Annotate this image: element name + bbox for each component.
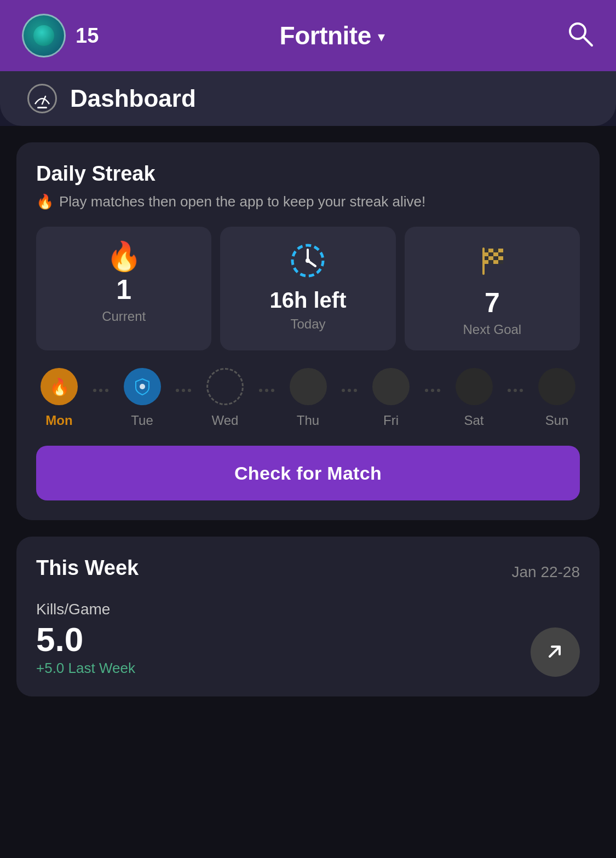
day-circle-mon: 🔥 <box>41 368 78 405</box>
svg-rect-18 <box>493 256 498 260</box>
week-date-range: Jan 22-28 <box>511 563 580 581</box>
dashboard-title: Dashboard <box>70 85 196 112</box>
dashboard-header: Dashboard <box>0 71 616 126</box>
day-circle-wed <box>206 368 244 405</box>
navigate-arrow-button[interactable] <box>531 627 580 677</box>
streak-grid: 🔥 1 Current 16h left Today <box>36 227 580 350</box>
svg-rect-19 <box>498 256 503 260</box>
streak-nextgoal-value: 7 <box>485 289 500 316</box>
svg-rect-11 <box>498 249 503 252</box>
day-label-mon: Mon <box>45 413 72 428</box>
svg-rect-13 <box>488 252 493 256</box>
connector-wed-thu <box>259 389 274 392</box>
svg-rect-23 <box>498 260 503 264</box>
svg-rect-9 <box>488 249 493 252</box>
svg-rect-22 <box>493 260 498 264</box>
kills-label: Kills/Game <box>36 601 580 618</box>
streak-nextgoal-cell: 7 Next Goal <box>405 227 580 350</box>
fire-icon-mon: 🔥 <box>49 377 70 396</box>
day-label-wed: Wed <box>212 413 239 428</box>
top-bar-left: 15 <box>22 14 99 57</box>
day-label-thu: Thu <box>297 413 319 428</box>
flag-icon <box>474 242 511 284</box>
avatar[interactable] <box>22 14 66 57</box>
level-badge: 15 <box>76 24 99 48</box>
day-circle-fri <box>372 368 410 405</box>
connector-mon-tue <box>93 389 108 392</box>
svg-rect-10 <box>493 249 498 252</box>
avatar-inner <box>33 25 54 46</box>
daily-streak-title: Daily Streak <box>36 162 580 186</box>
day-thu: Thu <box>290 368 327 428</box>
svg-rect-14 <box>493 252 498 256</box>
streak-today-label: Today <box>290 316 325 332</box>
this-week-title: This Week <box>36 556 139 580</box>
this-week-card: This Week Jan 22-28 Kills/Game 5.0 +5.0 … <box>16 537 600 696</box>
day-circle-sat <box>456 368 493 405</box>
svg-line-6 <box>308 261 315 266</box>
svg-rect-21 <box>488 260 493 264</box>
day-label-sun: Sun <box>545 413 569 428</box>
app-title-row[interactable]: Fortnite ▾ <box>280 21 385 50</box>
day-circle-thu <box>290 368 327 405</box>
streak-current-label: Current <box>102 309 146 324</box>
day-sat: Sat <box>456 368 493 428</box>
streak-today-value: 16h left <box>269 289 346 311</box>
week-header-row: This Week Jan 22-28 <box>36 556 580 588</box>
connector-fri-sat <box>425 389 440 392</box>
connector-tue-wed <box>176 389 191 392</box>
kills-value: 5.0 <box>36 623 580 657</box>
main-content: Daily Streak 🔥 Play matches then open th… <box>0 126 616 858</box>
check-match-button[interactable]: Check for Match <box>36 446 580 500</box>
streak-current-value: 1 <box>116 276 131 303</box>
streak-nextgoal-label: Next Goal <box>463 322 521 337</box>
search-button[interactable] <box>566 19 594 52</box>
day-label-sat: Sat <box>464 413 483 428</box>
day-fri: Fri <box>372 368 410 428</box>
day-label-tue: Tue <box>131 413 153 428</box>
svg-rect-15 <box>498 252 503 256</box>
svg-line-1 <box>584 37 592 45</box>
dashboard-icon <box>27 84 57 113</box>
connector-thu-fri <box>342 389 357 392</box>
day-circle-tue <box>124 368 161 405</box>
days-row: 🔥 Mon Tue <box>36 368 580 428</box>
daily-streak-card: Daily Streak 🔥 Play matches then open th… <box>16 142 600 520</box>
clock-icon <box>289 242 326 284</box>
fire-icon: 🔥 <box>106 242 142 270</box>
flame-icon: 🔥 <box>36 193 54 210</box>
day-wed: Wed <box>206 368 244 428</box>
svg-rect-17 <box>488 256 493 260</box>
day-tue: Tue <box>124 368 161 428</box>
connector-sat-sun <box>508 389 523 392</box>
svg-point-25 <box>140 384 145 389</box>
chevron-down-icon: ▾ <box>378 28 385 45</box>
day-sun: Sun <box>538 368 575 428</box>
streak-today-cell: 16h left Today <box>220 227 395 350</box>
top-bar: 15 Fortnite ▾ <box>0 0 616 71</box>
day-circle-sun <box>538 368 575 405</box>
day-mon: 🔥 Mon <box>41 368 78 428</box>
streak-current-cell: 🔥 1 Current <box>36 227 211 350</box>
streak-subtitle-text: Play matches then open the app to keep y… <box>59 193 425 210</box>
day-label-fri: Fri <box>383 413 399 428</box>
app-title: Fortnite <box>280 21 371 50</box>
streak-subtitle: 🔥 Play matches then open the app to keep… <box>36 193 580 210</box>
kills-diff: +5.0 Last Week <box>36 660 580 677</box>
